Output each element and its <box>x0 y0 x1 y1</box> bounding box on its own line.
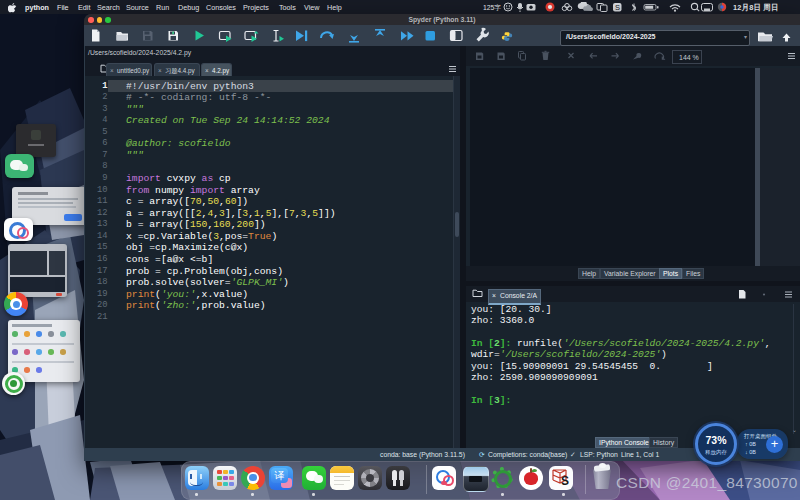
svg-text:S: S <box>615 3 620 12</box>
svg-text:144 %: 144 % <box>679 54 699 61</box>
svg-text:S: S <box>561 474 569 488</box>
